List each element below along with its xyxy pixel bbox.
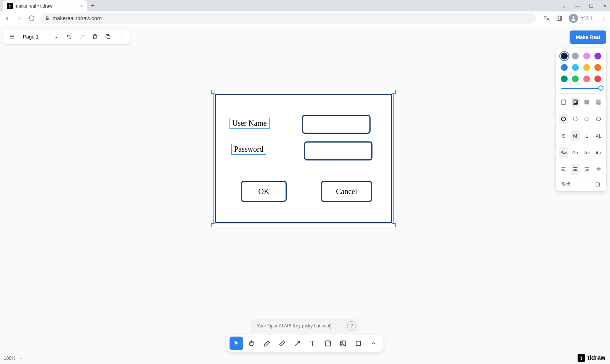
cancel-button-shape[interactable]: Cancel <box>321 181 372 202</box>
eraser-tool[interactable] <box>275 337 289 350</box>
username-input-shape[interactable] <box>302 115 371 134</box>
bottom-toolbar: T <box>227 335 383 352</box>
new-tab-button[interactable]: + <box>91 2 95 10</box>
url-text: makereal.tldraw.com <box>53 15 101 21</box>
selection-handle-bl[interactable] <box>211 223 215 227</box>
arrow-tool[interactable] <box>291 337 304 350</box>
watermark-text: tldraw <box>588 354 605 361</box>
avatar-icon <box>569 14 578 23</box>
profile-chip[interactable]: ゲスト <box>569 14 594 23</box>
svg-rect-14 <box>325 341 330 346</box>
address-bar[interactable]: makereal.tldraw.com <box>40 13 536 24</box>
tab-favicon-icon: t <box>7 3 13 9</box>
tab-close-icon[interactable]: × <box>80 3 83 9</box>
canvas[interactable]: User Name Password OK Cancel <box>0 25 610 364</box>
mockup-frame[interactable]: User Name Password OK Cancel <box>215 94 392 223</box>
translate-icon[interactable] <box>543 15 550 22</box>
browser-tab-strip: t make real • tldraw × + ⌄ — ☐ ✕ <box>0 0 610 11</box>
forward-button[interactable] <box>16 15 24 22</box>
tab-title: make real • tldraw <box>16 3 77 9</box>
asset-tool[interactable] <box>336 337 350 350</box>
svg-rect-0 <box>557 16 562 21</box>
ok-button-shape[interactable]: OK <box>241 181 287 202</box>
chevrons-right-icon: » <box>19 356 22 361</box>
zoom-value: 100% <box>4 356 16 361</box>
browser-tab[interactable]: t make real • tldraw × <box>3 0 87 12</box>
selection-handle-br[interactable] <box>392 223 396 227</box>
select-tool[interactable] <box>230 337 243 350</box>
password-label-shape[interactable]: Password <box>231 144 266 155</box>
extensions-icon[interactable] <box>556 15 563 22</box>
draw-tool[interactable] <box>260 337 274 350</box>
svg-point-2 <box>572 16 574 18</box>
maximize-icon[interactable]: ☐ <box>589 3 594 9</box>
selection-handle-tl[interactable] <box>211 90 215 94</box>
close-window-icon[interactable]: ✕ <box>603 3 607 9</box>
hand-tool[interactable] <box>245 337 258 350</box>
api-key-input[interactable] <box>257 323 344 329</box>
text-tool[interactable]: T <box>306 337 319 350</box>
username-label-shape[interactable]: User Name <box>230 118 270 129</box>
svg-point-16 <box>342 342 343 343</box>
password-input-shape[interactable] <box>304 141 372 160</box>
svg-rect-17 <box>356 341 361 346</box>
svg-rect-1 <box>558 16 560 21</box>
reload-button[interactable] <box>28 15 36 22</box>
browser-menu-icon[interactable]: ⋮ <box>600 14 606 22</box>
help-button[interactable]: ? <box>347 321 356 330</box>
api-key-row: ? <box>252 319 358 333</box>
browser-address-row: makereal.tldraw.com ゲスト ⋮ <box>0 11 610 25</box>
note-tool[interactable] <box>321 337 335 350</box>
more-tools-button[interactable] <box>367 337 380 350</box>
lock-icon <box>45 16 50 21</box>
tldraw-logo-icon: t <box>578 354 585 362</box>
back-button[interactable] <box>4 15 11 22</box>
shape-tool[interactable] <box>352 337 365 350</box>
zoom-indicator[interactable]: 100% » <box>4 356 22 361</box>
chevron-down-icon[interactable]: ⌄ <box>562 3 566 9</box>
window-controls: ⌄ — ☐ ✕ <box>562 3 607 9</box>
app-canvas-area: Page 1 ⌄ ⋮ Make Real <box>0 25 610 364</box>
profile-label: ゲスト <box>580 15 594 21</box>
minimize-icon[interactable]: — <box>575 3 580 9</box>
tldraw-watermark[interactable]: t tldraw <box>578 354 605 362</box>
selection-handle-tr[interactable] <box>392 90 396 94</box>
